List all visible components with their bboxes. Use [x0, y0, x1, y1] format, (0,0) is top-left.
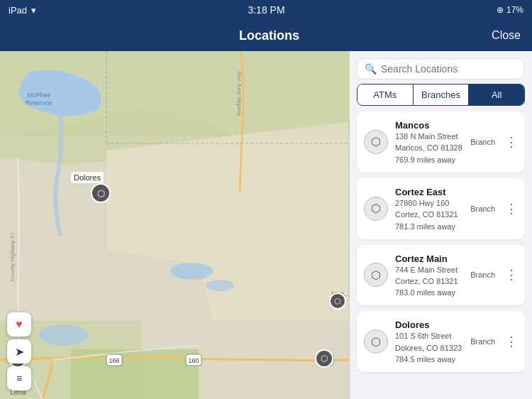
location-address2-0: Mancos, CO 81328: [395, 143, 463, 153]
location-distance-0: 769.9 miles away: [395, 155, 463, 164]
location-icon-3: ⬡: [364, 329, 388, 354]
heart-button[interactable]: ♥: [7, 312, 31, 337]
right-panel: 🔍 ATMs Branches All ⬡ Mancos 138 N Main …: [349, 51, 532, 399]
map-view[interactable]: San Juan Skyway County Highway 27 166 16…: [0, 51, 349, 399]
location-type-0: Branch: [470, 138, 495, 146]
location-address1-3: 101 S 6th Street: [395, 331, 463, 341]
location-type-3: Branch: [470, 337, 495, 346]
location-distance-1: 781.3 miles away: [395, 222, 463, 231]
page-title: Locations: [47, 28, 492, 43]
close-button[interactable]: Close: [492, 29, 521, 42]
location-address2-2: Cortez, CO 81321: [395, 276, 463, 287]
location-type-1: Branch: [470, 204, 495, 213]
tab-atms[interactable]: ATMs: [358, 84, 414, 105]
main-layout: San Juan Skyway County Highway 27 166 16…: [0, 51, 532, 399]
location-icon-1: ⬡: [364, 197, 388, 221]
wifi-icon: ▾: [31, 5, 36, 16]
locate-button[interactable]: ➤: [7, 339, 31, 364]
svg-point-8: [39, 324, 89, 346]
search-input-wrapper: 🔍: [357, 58, 525, 80]
map-label-dolores: Dolores: [71, 172, 104, 183]
location-card-0: ⬡ Mancos 138 N Main Street Mancos, CO 81…: [357, 111, 525, 173]
location-card-3: ⬡ Dolores 101 S 6th Street Dolores, CO 8…: [357, 311, 525, 372]
list-icon: ≡: [16, 373, 22, 384]
search-input[interactable]: [381, 63, 517, 75]
tab-branches[interactable]: Branches: [414, 84, 470, 105]
location-info-2: Cortez Main 744 E Main Street Cortez, CO…: [395, 253, 463, 297]
location-info-3: Dolores 101 S 6th Street Dolores, CO 813…: [395, 319, 463, 364]
svg-text:Reservoir: Reservoir: [26, 99, 53, 106]
location-address2-3: Dolores, CO 81323: [395, 343, 463, 354]
tab-all[interactable]: All: [469, 84, 524, 105]
location-info-0: Mancos 138 N Main Street Mancos, CO 8132…: [395, 120, 463, 164]
svg-text:166: 166: [109, 357, 119, 364]
heart-icon: ♥: [16, 318, 23, 331]
location-address2-1: Cortez, CO 81321: [395, 209, 463, 220]
location-type-2: Branch: [470, 270, 495, 279]
bluetooth-icon: ⊕: [497, 5, 504, 15]
location-list: ⬡ Mancos 138 N Main Street Mancos, CO 81…: [350, 111, 532, 399]
status-bar-right: ⊕ 17%: [497, 5, 523, 15]
location-more-0[interactable]: ⋮: [502, 134, 518, 150]
map-pin-dolores[interactable]: ⬡: [91, 183, 111, 203]
location-card-1: ⬡ Cortez East 27880 Hwy 160 Cortez, CO 8…: [357, 178, 525, 239]
battery-label: 17%: [506, 5, 523, 15]
carrier-label: iPad: [9, 5, 27, 16]
location-address1-2: 744 E Main Street: [395, 265, 463, 275]
location-card-2: ⬡ Cortez Main 744 E Main Street Cortez, …: [357, 245, 525, 306]
location-name-0: Mancos: [395, 120, 463, 131]
status-bar: iPad ▾ 3:18 PM ⊕ 17%: [0, 0, 532, 20]
svg-point-6: [170, 263, 213, 280]
header: Locations Close: [0, 20, 532, 51]
location-distance-3: 784.5 miles away: [395, 355, 463, 364]
location-distance-2: 783.0 miles away: [395, 288, 463, 297]
status-time: 3:18 PM: [248, 4, 284, 16]
location-name-2: Cortez Main: [395, 253, 463, 264]
location-address1-0: 138 N Main Street: [395, 131, 463, 142]
location-more-2[interactable]: ⋮: [502, 267, 518, 283]
locate-icon: ➤: [15, 345, 24, 359]
search-icon: 🔍: [365, 63, 377, 75]
location-info-1: Cortez East 27880 Hwy 160 Cortez, CO 813…: [395, 187, 463, 231]
filter-tabs: ATMs Branches All: [357, 84, 525, 106]
location-more-1[interactable]: ⋮: [502, 201, 518, 217]
location-name-3: Dolores: [395, 319, 463, 330]
location-name-1: Cortez East: [395, 187, 463, 197]
search-bar: 🔍: [350, 51, 532, 84]
list-button[interactable]: ≡: [7, 366, 31, 390]
location-more-3[interactable]: ⋮: [502, 334, 518, 349]
location-address1-1: 27880 Hwy 160: [395, 198, 463, 209]
map-pin-mancos[interactable]: ⬡: [329, 293, 346, 310]
status-bar-left: iPad ▾: [9, 5, 36, 16]
svg-text:McPhee: McPhee: [27, 92, 50, 99]
svg-text:San Juan Skyway: San Juan Skyway: [236, 71, 243, 116]
location-icon-2: ⬡: [364, 263, 388, 287]
lena-label: Lena: [10, 388, 26, 396]
map-pin-mancos2[interactable]: ⬡: [315, 349, 333, 368]
svg-point-7: [206, 280, 234, 291]
svg-text:County Highway 27: County Highway 27: [9, 232, 16, 282]
location-icon-0: ⬡: [364, 130, 388, 154]
svg-text:160: 160: [188, 357, 199, 364]
